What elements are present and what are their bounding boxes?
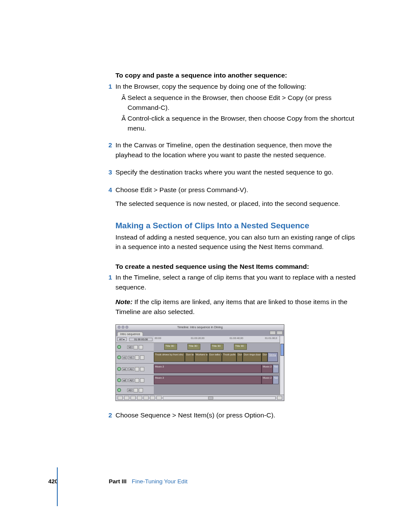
toggle-button[interactable] — [143, 396, 149, 400]
step-1-text: In the Browser, copy the sequence by doi… — [115, 82, 360, 91]
lock-icon[interactable] — [135, 378, 139, 383]
intro-text: Instead of adding a nested sequence, you… — [115, 233, 360, 252]
clip-selected[interactable]: Don tal — [185, 352, 194, 362]
zoom-slider[interactable] — [163, 396, 276, 400]
subsection-title: Making a Section of Clips Into a Nested … — [115, 221, 360, 230]
track-a1[interactable]: A1 — [128, 367, 134, 371]
clip-selected[interactable]: Truck drives by front sho — [154, 352, 185, 362]
toggle-button[interactable] — [137, 396, 142, 400]
source-control[interactable] — [117, 367, 121, 371]
clip-selected[interactable]: Truck pulls — [222, 352, 237, 362]
slider-thumb[interactable] — [208, 397, 213, 399]
step-number: 3 — [105, 168, 112, 177]
source-control[interactable] — [117, 345, 121, 349]
timeline-tracks[interactable]: 00:00 01:00:20;00 01:00:40;00 01:01:00;0… — [154, 336, 280, 395]
result-text: The selected sequence is now nested, or … — [115, 199, 360, 208]
auto-select-icon[interactable] — [140, 367, 144, 371]
ruler-tick: 00:00 — [155, 337, 161, 339]
ruler-tick: 01:00:20;00 — [191, 337, 205, 339]
source-control[interactable] — [117, 388, 121, 392]
layout-button[interactable] — [277, 331, 283, 335]
ruler-tick: 01:00:40;00 — [230, 337, 243, 339]
clip-audio[interactable]: Music 2 — [262, 376, 273, 384]
ruler-tick: 01:01:00;0 — [265, 337, 277, 339]
clip-selected[interactable]: Workers w — [194, 352, 208, 362]
source-control[interactable] — [117, 378, 121, 382]
source-control[interactable] — [117, 355, 121, 359]
auto-select-icon[interactable] — [140, 355, 144, 360]
step-number: 1 — [105, 82, 112, 91]
rt-popup[interactable]: RT ▾ — [117, 337, 127, 341]
part-label: Part III — [109, 478, 127, 485]
traffic-lights — [118, 326, 128, 329]
step-number: 2 — [105, 411, 112, 420]
minimize-icon[interactable] — [121, 326, 125, 329]
auto-select-icon[interactable] — [140, 378, 144, 383]
note-body: If the clip items are linked, any items … — [115, 298, 347, 315]
track-lane-v2[interactable]: Title 3D Title 3D Title 3D Title 3D — [154, 343, 280, 352]
clip[interactable]: Title 3D — [211, 344, 224, 350]
clip-selected[interactable]: Don rings door — [243, 352, 262, 362]
layout-button[interactable] — [270, 331, 276, 335]
auto-select-icon[interactable] — [139, 388, 143, 392]
footer-rule — [57, 467, 58, 506]
sequence-tab[interactable]: Intro sequence — [117, 332, 143, 336]
toggle-button[interactable] — [131, 396, 136, 400]
bullet-1: Select a sequence in the Browser, then c… — [128, 93, 360, 112]
track-a2[interactable]: A2 — [128, 379, 134, 382]
close-icon[interactable] — [118, 326, 121, 329]
window-titlebar: Timeline: Intro sequence in Dining — [116, 325, 284, 330]
toggle-button[interactable] — [156, 396, 162, 400]
lock-icon[interactable] — [134, 345, 138, 349]
clip-selected[interactable]: Nancy — [268, 352, 278, 362]
auto-select-icon[interactable] — [139, 345, 143, 349]
timeline-ruler[interactable]: 00:00 01:00:20;00 01:00:40;00 01:01:00;0 — [154, 336, 280, 343]
clip-audio[interactable]: Nan — [273, 376, 279, 384]
tab-bar: Intro sequence — [116, 330, 284, 336]
step-number: 4 — [105, 185, 112, 195]
track-lane-a1[interactable]: Music 2 Music 2 Nan — [154, 364, 280, 375]
clip[interactable]: Title 3D — [164, 344, 177, 350]
src-a2[interactable]: a2 — [122, 379, 128, 382]
toggle-button[interactable] — [150, 396, 155, 400]
vertical-scrollbar[interactable] — [280, 336, 284, 395]
step-1-text: In the Timeline, select a range of clip … — [115, 273, 360, 292]
clip[interactable]: Title 3D — [187, 344, 200, 350]
clip-audio[interactable]: Music 2 — [154, 376, 262, 384]
zoom-icon[interactable] — [125, 326, 128, 329]
window-title: Timeline: Intro sequence in Dining — [177, 326, 223, 329]
bullet-icon: Â — [121, 114, 128, 133]
page-footer: 420 Part III Fine-Tuning Your Edit — [48, 478, 187, 485]
track-lane-a3[interactable] — [154, 386, 280, 395]
timeline-screenshot: Timeline: Intro sequence in Dining Intro… — [115, 324, 284, 401]
src-v1[interactable]: v1 — [122, 356, 127, 359]
clip-selected[interactable]: Don talks t — [208, 352, 222, 362]
toggle-button[interactable] — [277, 396, 282, 400]
lock-icon[interactable] — [134, 388, 138, 392]
track-header-column: RT ▾ 01:00:00;00 V2 v1 — [116, 336, 154, 395]
track-lane-a2[interactable]: Music 2 Music 2 Nan — [154, 375, 280, 386]
clip-selected[interactable]: Don — [262, 352, 268, 362]
track-v2[interactable]: V2 — [127, 345, 133, 349]
step-2-text: Choose Sequence > Nest Item(s) (or press… — [115, 411, 360, 420]
lock-icon[interactable] — [135, 355, 139, 360]
step-number: 1 — [105, 273, 112, 292]
clip-audio[interactable]: Music 2 — [154, 364, 262, 373]
track-lane-v1[interactable]: Truck drives by front sho Don tal Worker… — [154, 352, 280, 364]
clip-selected[interactable]: Don — [237, 352, 243, 362]
toggle-button[interactable] — [124, 396, 129, 400]
clip-audio[interactable]: Nan — [273, 364, 279, 373]
current-timecode[interactable]: 01:00:00;00 — [129, 338, 153, 341]
bullet-icon: Â — [121, 93, 128, 112]
lock-icon[interactable] — [135, 367, 139, 371]
clip-audio[interactable]: Music 2 — [262, 364, 273, 373]
track-a3[interactable]: A3 — [127, 389, 133, 392]
step-2-text: In the Canvas or Timeline, open the dest… — [115, 140, 360, 160]
track-v1[interactable]: V1 — [128, 356, 134, 359]
toggle-button[interactable] — [118, 396, 123, 400]
procedure-heading-2: To create a nested sequence using the Ne… — [115, 262, 360, 271]
note-label: Note: — [115, 298, 133, 305]
clip[interactable]: Title 3D — [234, 344, 247, 350]
src-a1[interactable]: a1 — [122, 367, 128, 371]
scrollbar-thumb[interactable] — [280, 344, 284, 356]
